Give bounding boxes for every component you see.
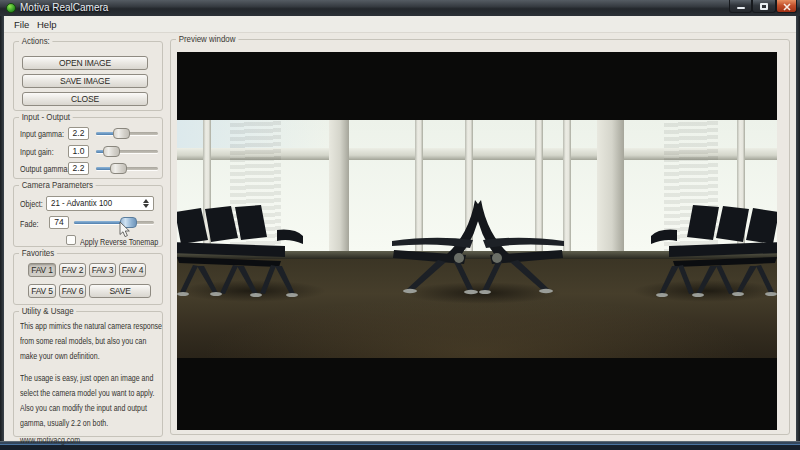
maximize-button[interactable] <box>752 0 776 13</box>
utility-usage-group-label: Utility & Usage <box>19 306 76 316</box>
preview-group: Preview window <box>170 39 790 435</box>
preview-image <box>177 120 777 358</box>
slider-thumb[interactable] <box>110 163 127 174</box>
bench-center <box>380 198 576 298</box>
apply-reverse-tonemap-checkbox[interactable] <box>66 235 76 245</box>
output-gamma-value[interactable]: 2.2 <box>68 162 89 175</box>
concrete-pillar-light <box>597 120 624 267</box>
camera-parameters-group: Camera Parameters Object: 21 - Advantix … <box>13 185 163 247</box>
concrete-pillar-light <box>329 120 349 267</box>
camera-parameters-group-label: Camera Parameters <box>19 180 96 190</box>
title-bar[interactable]: Motiva RealCamera <box>0 0 800 16</box>
input-gain-slider[interactable] <box>96 146 158 157</box>
bench-left <box>177 204 321 300</box>
favorites-group-label: Favorites <box>19 248 57 258</box>
slider-thumb[interactable] <box>103 146 120 157</box>
open-image-button[interactable]: OPEN IMAGE <box>22 56 148 70</box>
fav-1-button[interactable]: FAV 1 <box>28 263 56 277</box>
utility-usage-group: Utility & Usage This app mimics the natu… <box>13 311 163 437</box>
object-combobox[interactable]: 21 - Advantix 100 <box>46 196 154 211</box>
maximize-icon <box>760 3 768 10</box>
usage-text-line: make your own definition. <box>20 351 100 361</box>
close-button[interactable] <box>776 0 797 13</box>
fav-4-button[interactable]: FAV 4 <box>119 263 146 277</box>
fade-slider[interactable] <box>74 217 154 228</box>
input-gamma-value[interactable]: 2.2 <box>68 127 89 140</box>
input-gamma-slider[interactable] <box>96 128 158 139</box>
app-window: Motiva RealCamera File Help Actions: OPE… <box>0 0 800 450</box>
fade-value[interactable]: 74 <box>49 216 69 229</box>
preview-group-label: Preview window <box>176 34 238 44</box>
spin-up-icon[interactable] <box>143 199 149 203</box>
fade-label: Fade: <box>20 219 38 229</box>
window-border-bottom <box>0 441 800 450</box>
object-label: Object: <box>20 199 43 209</box>
close-icon <box>783 3 791 11</box>
preview-canvas[interactable] <box>177 52 777 430</box>
fav-3-button[interactable]: FAV 3 <box>89 263 116 277</box>
usage-text-line: The usage is easy, just open an image an… <box>20 373 153 383</box>
input-gain-value[interactable]: 1.0 <box>68 145 89 158</box>
input-output-group: Input - Output Input gamma: 2.2 Input ga… <box>13 117 163 179</box>
input-gamma-label: Input gamma: <box>20 129 64 139</box>
actions-group-label: Actions: <box>19 36 52 46</box>
menu-help[interactable]: Help <box>35 19 59 30</box>
object-combobox-value: 21 - Advantix 100 <box>51 198 112 208</box>
output-gamma-label: Output gamma: <box>20 164 70 174</box>
menu-file[interactable]: File <box>12 19 31 30</box>
output-gamma-slider[interactable] <box>96 163 158 174</box>
spin-down-icon[interactable] <box>143 204 149 208</box>
apply-reverse-tonemap-label: Apply Reverse Tonemap <box>80 237 158 247</box>
usage-text-line: This app mimics the natural camera respo… <box>20 321 162 331</box>
input-gain-label: Input gain: <box>20 147 54 157</box>
window-title: Motiva RealCamera <box>20 2 108 13</box>
app-icon <box>6 3 16 13</box>
window-border-right <box>796 16 800 441</box>
close-image-button[interactable]: CLOSE <box>22 92 148 106</box>
input-output-group-label: Input - Output <box>19 112 73 122</box>
usage-text-line: from some real models, but also you can <box>20 336 146 346</box>
mouse-cursor-icon <box>119 222 131 238</box>
save-favorite-button[interactable]: SAVE FAVORITE <box>89 284 151 298</box>
usage-text-line: Also you can modify the input and output <box>20 403 147 413</box>
spinner-arrows-icon[interactable] <box>140 198 151 209</box>
actions-group: Actions: OPEN IMAGE SAVE IMAGE CLOSE <box>13 41 163 111</box>
slider-thumb[interactable] <box>113 128 130 139</box>
usage-text-line: select the camera model you want to appl… <box>20 388 155 398</box>
minimize-icon <box>737 7 745 9</box>
favorites-group: Favorites FAV 1 FAV 2 FAV 3 FAV 4 FAV 5 … <box>13 253 163 305</box>
fav-2-button[interactable]: FAV 2 <box>59 263 86 277</box>
fav-5-button[interactable]: FAV 5 <box>28 284 56 298</box>
fav-6-button[interactable]: FAV 6 <box>59 284 86 298</box>
menu-bar: File Help <box>4 16 796 33</box>
usage-text-line: gamma, usually 2.2 on both. <box>20 418 108 428</box>
save-image-button[interactable]: SAVE IMAGE <box>22 74 148 88</box>
bench-right <box>633 204 777 300</box>
minimize-button[interactable] <box>729 0 752 13</box>
website-link[interactable]: www.motivacg.com <box>20 435 80 445</box>
